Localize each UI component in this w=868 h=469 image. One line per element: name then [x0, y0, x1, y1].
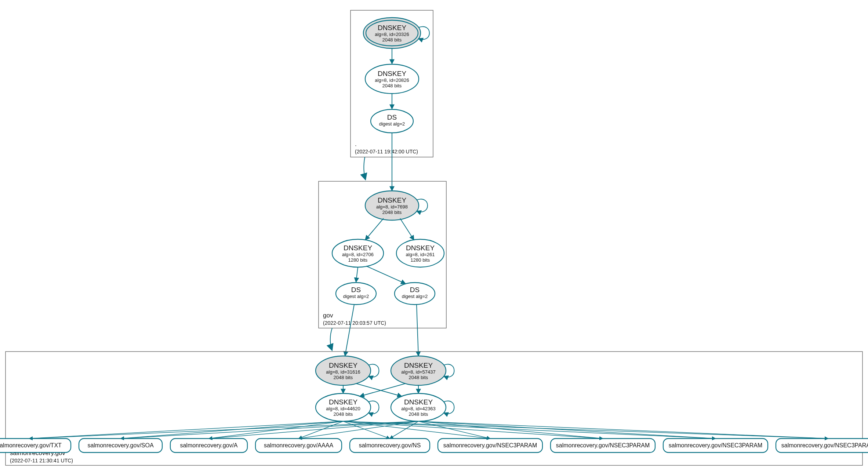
svg-text:DNSKEY: DNSKEY [404, 361, 433, 369]
svg-text:DNSKEY: DNSKEY [378, 24, 406, 32]
zone-leaf: salmonrecovery.gov (2022-07-11 21:30:41 … [0, 352, 868, 465]
rrset-node: salmonrecovery.gov/AAAA [255, 439, 342, 452]
svg-text:1280 bits: 1280 bits [411, 257, 430, 263]
rrset-node: salmonrecovery.gov/NSEC3PARAM [663, 439, 768, 452]
svg-text:2048 bits: 2048 bits [409, 411, 428, 417]
node-gov-ds-a: DS digest alg=2 [336, 283, 376, 305]
rrset-row: salmonrecovery.gov/TXTsalmonrecovery.gov… [0, 439, 868, 452]
svg-text:digest alg=2: digest alg=2 [343, 294, 369, 299]
rrset-node: salmonrecovery.gov/NSEC3PARAM [776, 439, 868, 452]
rrset-label: salmonrecovery.gov/AAAA [264, 442, 333, 448]
rrset-node: salmonrecovery.gov/SOA [79, 439, 162, 452]
rrset-label: salmonrecovery.gov/SOA [87, 442, 154, 448]
svg-text:2048 bits: 2048 bits [334, 411, 353, 417]
zone-gov-timestamp: (2022-07-11 20:03:57 UTC) [323, 320, 386, 326]
zone-root-label: . [355, 141, 357, 148]
zone-root-timestamp: (2022-07-11 19:42:00 UTC) [355, 149, 418, 154]
svg-text:DNSKEY: DNSKEY [378, 70, 406, 77]
node-leaf-zsk-a: DNSKEY alg=8, id=44620 2048 bits [316, 393, 371, 421]
rrset-node: salmonrecovery.gov/NSEC3PARAM [438, 439, 542, 452]
svg-text:alg=8, id=31616: alg=8, id=31616 [326, 369, 360, 375]
svg-text:DS: DS [410, 286, 420, 294]
svg-text:2048 bits: 2048 bits [334, 375, 353, 380]
svg-text:DNSKEY: DNSKEY [329, 361, 357, 369]
rrset-label: salmonrecovery.gov/NS [359, 442, 421, 448]
svg-text:2048 bits: 2048 bits [409, 375, 428, 380]
dnssec-diagram: . (2022-07-11 19:42:00 UTC) DNSKEY alg=8… [0, 0, 868, 469]
svg-text:2048 bits: 2048 bits [382, 37, 402, 43]
node-leaf-zsk-b: DNSKEY alg=8, id=42363 2048 bits [391, 393, 446, 421]
rrset-label: salmonrecovery.gov/TXT [0, 442, 62, 448]
zone-gov: gov (2022-07-11 20:03:57 UTC) DNSKEY alg… [319, 181, 446, 328]
svg-text:DNSKEY: DNSKEY [404, 398, 433, 406]
svg-text:2048 bits: 2048 bits [382, 83, 402, 88]
svg-text:alg=8, id=20326: alg=8, id=20326 [375, 32, 409, 37]
svg-text:DS: DS [351, 286, 361, 294]
rrset-edges [29, 421, 828, 439]
svg-text:alg=8, id=20826: alg=8, id=20826 [375, 77, 409, 83]
svg-text:2048 bits: 2048 bits [382, 210, 402, 215]
node-root-ds: DS digest alg=2 [371, 109, 413, 133]
zone-gov-label: gov [323, 312, 333, 319]
svg-text:alg=8, id=7698: alg=8, id=7698 [376, 204, 408, 210]
rrset-label: salmonrecovery.gov/NSEC3PARAM [669, 442, 763, 448]
node-gov-ksk: DNSKEY alg=8, id=7698 2048 bits [365, 191, 419, 220]
rrset-label: salmonrecovery.gov/NSEC3PARAM [556, 442, 650, 448]
rrset-node: salmonrecovery.gov/NSEC3PARAM [551, 439, 655, 452]
rrset-label: salmonrecovery.gov/A [180, 442, 237, 448]
svg-text:DNSKEY: DNSKEY [329, 398, 357, 406]
svg-text:1280 bits: 1280 bits [348, 257, 368, 263]
svg-text:DS: DS [387, 113, 397, 121]
svg-text:alg=8, id=57437: alg=8, id=57437 [401, 369, 435, 375]
svg-text:alg=8, id=2706: alg=8, id=2706 [342, 252, 374, 257]
node-leaf-ksk-a: DNSKEY alg=8, id=31616 2048 bits [316, 356, 371, 385]
node-leaf-ksk-b: DNSKEY alg=8, id=57437 2048 bits [391, 356, 446, 385]
rrset-node: salmonrecovery.gov/NS [350, 439, 430, 452]
svg-text:DNSKEY: DNSKEY [406, 244, 435, 252]
svg-text:digest alg=2: digest alg=2 [402, 294, 428, 299]
node-root-ksk: DNSKEY alg=8, id=20326 2048 bits [363, 18, 421, 48]
node-gov-zsk-b: DNSKEY alg=8, id=261 1280 bits [396, 239, 444, 267]
svg-text:DNSKEY: DNSKEY [344, 244, 372, 252]
rrset-node: salmonrecovery.gov/A [170, 439, 247, 452]
zone-leaf-timestamp: (2022-07-11 21:30:41 UTC) [10, 458, 73, 463]
rrset-node: salmonrecovery.gov/TXT [0, 439, 71, 452]
rrset-label: salmonrecovery.gov/NSEC3PARAM [781, 442, 868, 448]
svg-text:alg=8, id=42363: alg=8, id=42363 [401, 406, 435, 411]
node-gov-zsk-a: DNSKEY alg=8, id=2706 1280 bits [332, 239, 384, 267]
rrset-label: salmonrecovery.gov/NSEC3PARAM [443, 442, 537, 448]
svg-text:alg=8, id=44620: alg=8, id=44620 [326, 406, 360, 411]
node-root-zsk: DNSKEY alg=8, id=20826 2048 bits [365, 64, 419, 94]
node-gov-ds-b: DS digest alg=2 [395, 283, 435, 305]
svg-text:digest alg=2: digest alg=2 [379, 121, 405, 127]
svg-text:alg=8, id=261: alg=8, id=261 [406, 252, 435, 257]
svg-text:DNSKEY: DNSKEY [378, 196, 406, 204]
